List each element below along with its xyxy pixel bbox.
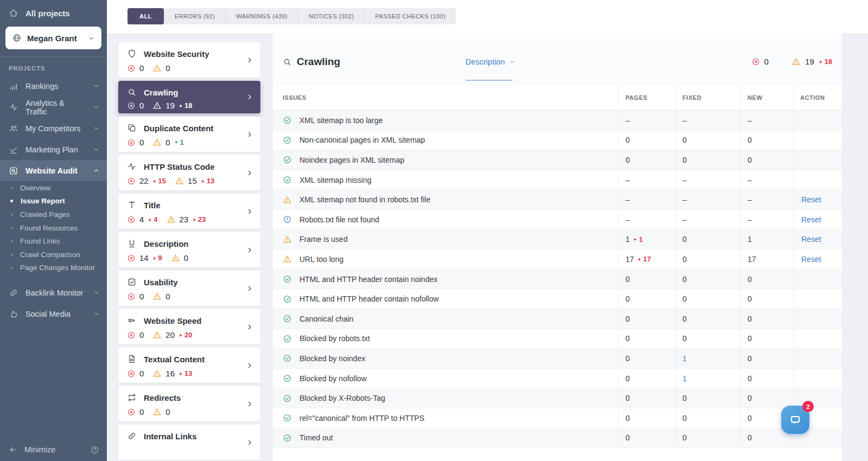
table-row[interactable]: Timed out 0 0 0 [273,428,842,449]
sidebar-subitem[interactable]: Page Changes Monitor [0,261,107,275]
chat-widget-button[interactable]: 2 [781,406,809,434]
passed-icon [283,155,292,164]
warning-triangle-icon [171,253,180,262]
audit-icon [9,166,18,176]
category-card[interactable]: Textual Content 0 16 13 [118,348,260,383]
category-card[interactable]: Website Speed 0 20 20 [118,309,260,344]
table-row[interactable]: XML sitemap is too large – – – [273,111,842,131]
new-cell: 0 [741,131,793,150]
table-row[interactable]: Non-canonical pages in XML sitemap 0 0 0 [273,131,842,151]
reset-link[interactable]: Reset [801,195,821,204]
category-card[interactable]: Usability 0 0 [118,271,260,306]
filter-tab[interactable]: WARNINGS (439) [225,8,298,24]
chevron-down-icon [93,104,100,111]
sidebar-subitem[interactable]: Overview [0,181,107,195]
delta-arrow-icon [637,257,642,261]
delta-arrow-icon [178,372,183,376]
sidebar-nav-item[interactable]: Analytics & Traffic [0,97,107,118]
category-card[interactable]: Internal Links [118,425,260,460]
table-row[interactable]: URL too long 17 17 0 17 Reset [273,249,842,270]
sidebar-nav-item[interactable]: Rankings [0,75,107,97]
sidebar-subitem[interactable]: Issue Report [0,195,107,208]
chevron-down-icon [93,310,100,317]
sidebar-nav-item[interactable]: Marketing Plan [0,139,107,160]
filter-tab[interactable]: ALL [127,8,164,24]
shield-icon [127,49,137,59]
category-card[interactable]: Redirects 0 0 [118,386,260,421]
warnings-stat: 0 [152,407,170,417]
issue-label: Blocked by nofollow [299,374,367,383]
pages-cell: – [618,111,675,130]
errors-stat: 0 [127,101,144,110]
chevron-right-icon [246,362,253,369]
error-circle-icon [127,331,136,340]
issue-label: Blocked by X-Robots-Tag [299,394,385,402]
table-row[interactable]: Canonical chain 0 0 0 [273,309,842,329]
sidebar-subitem[interactable]: Found Resources [0,221,107,235]
error-circle-icon [127,292,136,301]
category-card[interactable]: HTTP Status Code 22 15 15 13 [118,155,260,190]
help-icon[interactable] [90,445,99,454]
globe-icon [12,33,22,43]
sidebar-subitem[interactable]: Crawled Pages [0,208,107,221]
filter-tab[interactable]: NOTICES (302) [298,8,364,24]
passed-icon [283,314,292,323]
category-card[interactable]: Title 4 4 23 23 [118,194,260,229]
sidebar: All projects Megan Grant PROJECTS Rankin… [0,0,107,461]
table-row[interactable]: Blocked by nofollow 0 1 0 [273,369,842,389]
column-header-new[interactable]: NEW [741,85,793,110]
warning-triangle-icon [152,330,162,340]
minimize-button[interactable]: Minimize [0,438,107,461]
table-row[interactable]: Robots.txt file not found – – – Reset [273,210,842,230]
table-row[interactable]: Noindex pages in XML sitemap 0 0 0 [273,150,842,170]
sidebar-nav-item[interactable]: My Competitors [0,118,107,139]
sidebar-subitem[interactable]: Crawl Comparison [0,248,107,261]
bullet-dot [11,240,12,242]
action-cell [793,388,842,408]
warning-triangle-icon [152,101,162,110]
project-name: Megan Grant [27,34,77,43]
search-icon[interactable] [283,57,292,67]
table-row[interactable]: rel="canonical" from HTTP to HTTPS 0 0 0 [273,408,842,428]
category-card[interactable]: Duplicate Content 0 0 1 [118,117,260,152]
table-row[interactable]: Blocked by noindex 0 1 0 [273,349,842,369]
table-row[interactable]: XML sitemap not found in robots.txt file… [273,190,842,210]
reset-link[interactable]: Reset [801,235,821,244]
table-row[interactable]: Blocked by robots.txt 0 0 0 [273,329,842,349]
fixed-cell: – [675,190,741,209]
project-selector[interactable]: Megan Grant [5,27,101,49]
sidebar-subitem[interactable]: Found Links [0,234,107,248]
pages-cell: 0 [618,309,675,329]
sidebar-nav-item[interactable]: Backlink Monitor [0,282,107,303]
sidebar-nav-item-website-audit[interactable]: Website Audit [0,160,107,181]
category-card[interactable]: Description 14 9 0 [118,232,260,267]
warnings-delta: 13 [201,177,214,185]
column-header-pages[interactable]: PAGES [618,85,675,110]
new-cell: 0 [741,270,793,289]
issue-label: XML sitemap is too large [299,116,383,125]
table-row[interactable]: XML sitemap missing – – – [273,170,842,190]
errors-delta: 15 [152,177,166,185]
delta-arrow-icon [192,217,196,222]
sidebar-nav-item[interactable]: Social Media [0,303,107,324]
column-header-fixed[interactable]: FIXED [675,85,741,110]
table-row[interactable]: HTML and HTTP header contain nofollow 0 … [273,289,842,309]
reset-link[interactable]: Reset [801,215,821,224]
column-header-issues[interactable]: ISSUES [273,85,618,110]
reset-link[interactable]: Reset [801,255,821,264]
pages-cell: 0 [618,150,675,170]
description-filter-tab[interactable]: Description [465,57,515,66]
table-row[interactable]: HTML and HTTP header contain noindex 0 0… [273,270,842,290]
pages-cell: 17 17 [618,249,675,269]
category-card[interactable]: Crawling 0 19 18 [118,81,260,113]
filter-tab[interactable]: PASSED CHECKS (100) [365,8,456,24]
home-icon [9,8,18,18]
category-card[interactable]: Website Security 0 0 [118,42,260,78]
warning-icon [283,195,292,204]
all-projects-link[interactable]: All projects [0,0,107,23]
table-row[interactable]: Frame is used 1 1 0 1 Reset [273,230,842,250]
passed-icon [283,354,292,363]
table-row[interactable]: Blocked by X-Robots-Tag 0 0 0 [273,388,842,408]
warnings-summary: 19 18 [792,57,832,66]
filter-tab[interactable]: ERRORS (92) [164,8,226,24]
